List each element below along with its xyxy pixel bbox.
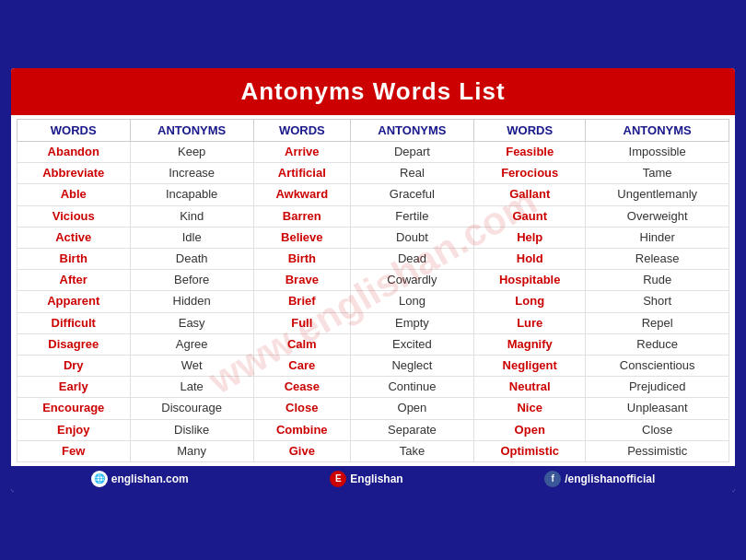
word-cell: Apparent: [17, 291, 131, 312]
antonym-cell: Overweight: [586, 205, 729, 227]
antonym-cell: Depart: [350, 142, 473, 163]
word-cell: Combine: [253, 419, 350, 440]
antonym-cell: Separate: [350, 419, 473, 440]
footer-social-text: /englishanofficial: [565, 472, 655, 485]
antonym-cell: Excited: [350, 333, 473, 355]
word-cell: Artificial: [253, 163, 350, 184]
antonym-cell: Conscientious: [586, 355, 729, 376]
word-cell: Optimistic: [474, 440, 586, 461]
word-cell: Able: [17, 184, 131, 205]
footer-site: 🌐 englishan.com: [91, 471, 189, 487]
table-row: DisagreeAgreeCalmExcitedMagnifyReduce: [17, 333, 729, 355]
antonym-cell: Repel: [586, 312, 729, 333]
word-cell: Birth: [253, 249, 350, 270]
col-header-3: WORDS: [253, 120, 350, 142]
word-cell: Neutral: [474, 377, 586, 398]
word-cell: Encourage: [17, 398, 131, 419]
antonym-cell: Real: [350, 163, 473, 184]
antonym-cell: Impossible: [586, 142, 729, 163]
antonym-cell: Before: [130, 270, 253, 291]
col-header-4: ANTONYMS: [350, 120, 473, 142]
antonym-cell: Death: [130, 249, 253, 270]
antonym-cell: Open: [350, 398, 473, 419]
word-cell: Active: [17, 227, 131, 248]
col-header-2: ANTONYMS: [130, 120, 253, 142]
word-cell: Close: [253, 398, 350, 419]
table-body: AbandonKeepArriveDepartFeasibleImpossibl…: [17, 142, 729, 462]
word-cell: After: [17, 270, 131, 291]
antonym-cell: Cowardly: [350, 270, 473, 291]
table-row: DifficultEasyFullEmptyLureRepel: [17, 312, 729, 333]
antonym-cell: Take: [350, 440, 473, 461]
col-header-5: WORDS: [474, 120, 586, 142]
header-row: WORDS ANTONYMS WORDS ANTONYMS WORDS ANTO…: [17, 120, 729, 142]
word-cell: Nice: [474, 398, 586, 419]
antonym-cell: Neglect: [350, 355, 473, 376]
word-cell: Brief: [253, 291, 350, 312]
antonym-cell: Empty: [350, 312, 473, 333]
word-cell: Brave: [253, 270, 350, 291]
word-cell: Open: [474, 419, 586, 440]
word-cell: Magnify: [474, 333, 586, 355]
antonym-cell: Hidden: [130, 291, 253, 312]
word-cell: Abbreviate: [17, 163, 131, 184]
antonym-cell: Easy: [130, 312, 253, 333]
table-row: EarlyLateCeaseContinueNeutralPrejudiced: [17, 377, 729, 398]
word-cell: Hold: [474, 249, 586, 270]
antonym-cell: Long: [350, 291, 473, 312]
word-cell: Dry: [17, 355, 131, 376]
word-cell: Care: [253, 355, 350, 376]
antonym-cell: Keep: [130, 142, 253, 163]
brand-icon: E: [330, 471, 346, 487]
antonym-cell: Dislike: [130, 419, 253, 440]
antonym-cell: Kind: [130, 205, 253, 227]
antonym-cell: Tame: [586, 163, 729, 184]
word-cell: Feasible: [474, 142, 586, 163]
antonym-cell: Dead: [350, 249, 473, 270]
word-cell: Ferocious: [474, 163, 586, 184]
footer: 🌐 englishan.com E Englishan f /englishan…: [11, 466, 735, 492]
word-cell: Full: [253, 312, 350, 333]
table-row: ApparentHiddenBriefLongLongShort: [17, 291, 729, 312]
col-header-1: WORDS: [17, 120, 131, 142]
table-row: AfterBeforeBraveCowardlyHospitableRude: [17, 270, 729, 291]
word-cell: Barren: [253, 205, 350, 227]
antonym-cell: Reduce: [586, 333, 729, 355]
table-row: FewManyGiveTakeOptimisticPessimistic: [17, 440, 729, 461]
word-cell: Give: [253, 440, 350, 461]
word-cell: Abandon: [17, 142, 131, 163]
page-title: Antonyms Words List: [11, 77, 735, 106]
table-head: WORDS ANTONYMS WORDS ANTONYMS WORDS ANTO…: [17, 120, 729, 142]
antonym-cell: Late: [130, 377, 253, 398]
word-cell: Awkward: [253, 184, 350, 205]
antonym-cell: Ungentlemanly: [586, 184, 729, 205]
word-cell: Gaunt: [474, 205, 586, 227]
antonym-cell: Incapable: [130, 184, 253, 205]
facebook-icon: f: [544, 471, 561, 487]
word-cell: Help: [474, 227, 586, 248]
table-row: AbandonKeepArriveDepartFeasibleImpossibl…: [17, 142, 729, 163]
word-cell: Believe: [253, 227, 350, 248]
table-row: ActiveIdleBelieveDoubtHelpHinder: [17, 227, 729, 248]
word-cell: Enjoy: [17, 419, 131, 440]
table-row: EncourageDiscourageCloseOpenNiceUnpleasa…: [17, 398, 729, 419]
antonym-cell: Wet: [130, 355, 253, 376]
footer-brand: E Englishan: [330, 471, 402, 487]
antonym-cell: Rude: [586, 270, 729, 291]
word-cell: Birth: [17, 249, 131, 270]
footer-site-text: englishan.com: [111, 472, 189, 485]
antonym-cell: Unpleasant: [586, 398, 729, 419]
table-row: BirthDeathBirthDeadHoldRelease: [17, 249, 729, 270]
word-cell: Hospitable: [474, 270, 586, 291]
word-cell: Difficult: [17, 312, 131, 333]
antonym-cell: Graceful: [350, 184, 473, 205]
footer-brand-text: Englishan: [350, 472, 402, 485]
word-cell: Long: [474, 291, 586, 312]
table-row: AbbreviateIncreaseArtificialRealFerociou…: [17, 163, 729, 184]
word-cell: Few: [17, 440, 131, 461]
antonym-cell: Prejudiced: [586, 377, 729, 398]
globe-icon: 🌐: [91, 471, 108, 487]
antonym-cell: Pessimistic: [586, 440, 729, 461]
antonym-cell: Discourage: [130, 398, 253, 419]
word-cell: Calm: [253, 333, 350, 355]
